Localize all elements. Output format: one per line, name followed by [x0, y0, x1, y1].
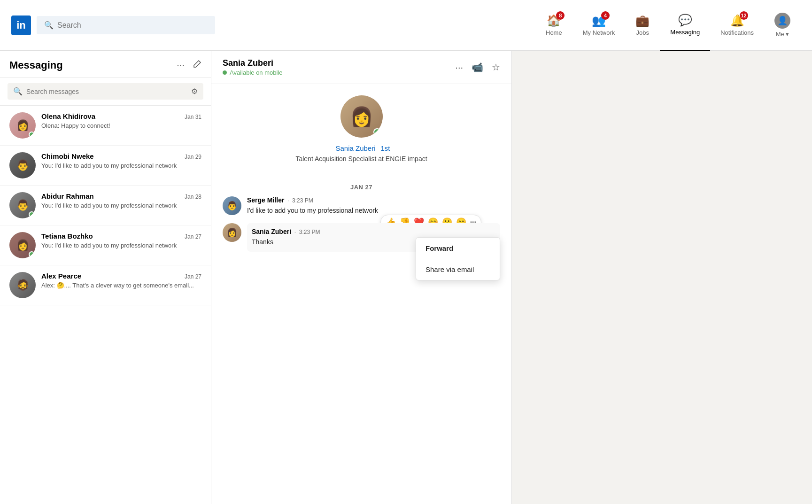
abidur-name: Abidur Rahman: [41, 192, 94, 200]
messaging-icon: 💬: [678, 14, 692, 27]
chat-contact-status: Available on mobile: [223, 69, 283, 76]
tetiana-avatar: 👩: [9, 232, 36, 258]
contact-profile-card: 👩 Sania Zuberi 1st Talent Acquisition Sp…: [223, 95, 500, 174]
notifications-icon: 🔔 12: [730, 14, 744, 27]
nav-messaging-label: Messaging: [670, 29, 700, 36]
serge-message-text: I'd like to add you to my professional n…: [247, 206, 378, 216]
nav-item-notifications[interactable]: 🔔 12 Notifications: [710, 0, 764, 51]
conversations-list: 👩 Olena Khidirova Jan 31 Olena: Happy to…: [0, 106, 211, 504]
share-via-email-menu-item[interactable]: Share via email: [416, 259, 500, 280]
nav-jobs-label: Jobs: [636, 29, 649, 36]
serge-message-content: Serge Miller · 3:23 PM I'd like to add y…: [247, 196, 378, 216]
chat-contact-name[interactable]: Sania Zuberi: [223, 58, 283, 68]
tetiana-name: Tetiana Bozhko: [41, 232, 93, 240]
alex-avatar: 🧔: [9, 272, 36, 298]
alex-preview: Alex: 🤔.... That's a clever way to get s…: [41, 281, 201, 290]
contact-full-name[interactable]: Sania Zuberi 1st: [295, 143, 427, 153]
tetiana-online-indicator: [29, 251, 35, 257]
alex-name: Alex Pearce: [41, 272, 81, 280]
abidur-avatar: 👨: [9, 192, 36, 218]
conversation-item-alex[interactable]: 🧔 Alex Pearce Jan 27 Alex: 🤔.... That's …: [0, 265, 211, 305]
sidebar-header: Messaging ···: [0, 51, 211, 78]
compose-icon[interactable]: [192, 60, 201, 71]
chat-contact-info: Sania Zuberi Available on mobile: [223, 58, 283, 76]
nav-notifications-label: Notifications: [720, 29, 754, 36]
sidebar-title: Messaging: [9, 59, 63, 71]
conversation-item-chimobi[interactable]: 👨 Chimobi Nweke Jan 29 You: I'd like to …: [0, 146, 211, 186]
serge-message-meta: Serge Miller · 3:23 PM: [247, 196, 378, 204]
nav-home-label: Home: [546, 29, 562, 36]
chat-area: Sania Zuberi Available on mobile ··· 📹 ☆…: [211, 51, 512, 504]
olena-name: Olena Khidirova: [41, 112, 95, 120]
serge-avatar: 👨: [223, 196, 241, 215]
conversation-item-tetiana[interactable]: 👩 Tetiana Bozhko Jan 27 You: I'd like to…: [0, 225, 211, 265]
video-call-button[interactable]: 📹: [472, 62, 483, 73]
chat-messages: 👩 Sania Zuberi 1st Talent Acquisition Sp…: [211, 84, 511, 504]
abidur-conv-body: Abidur Rahman Jan 28 You: I'd like to ad…: [41, 192, 201, 210]
alex-conv-body: Alex Pearce Jan 27 Alex: 🤔.... That's a …: [41, 272, 201, 290]
forward-menu-item[interactable]: Forward: [416, 238, 500, 259]
abidur-date: Jan 28: [185, 194, 201, 200]
conversation-item-abidur[interactable]: 👨 Abidur Rahman Jan 28 You: I'd like to …: [0, 186, 211, 225]
search-messages-icon: 🔍: [13, 87, 23, 96]
chimobi-date: Jan 29: [185, 154, 201, 160]
serge-sender-name[interactable]: Serge Miller: [247, 196, 284, 204]
nav-item-me[interactable]: 👤 Me ▾: [764, 0, 801, 51]
chat-header-actions: ··· 📹 ☆: [455, 62, 500, 73]
nav-item-home[interactable]: 🏠 8 Home: [535, 0, 572, 51]
status-text: Available on mobile: [230, 69, 283, 76]
conversation-item-olena[interactable]: 👩 Olena Khidirova Jan 31 Olena: Happy to…: [0, 106, 211, 146]
contact-degree: 1st: [381, 144, 390, 152]
more-options-button[interactable]: ···: [455, 62, 463, 73]
chat-header: Sania Zuberi Available on mobile ··· 📹 ☆: [211, 51, 511, 84]
search-messages-input[interactable]: [26, 88, 187, 95]
date-divider: JAN 27: [223, 184, 500, 191]
star-button[interactable]: ☆: [492, 62, 500, 73]
red-arrow-left: ←: [510, 267, 511, 301]
olena-avatar: 👩: [9, 112, 36, 139]
olena-date: Jan 31: [185, 114, 201, 120]
tetiana-preview: You: I'd like to add you to my professio…: [41, 241, 201, 250]
alex-date: Jan 27: [185, 273, 201, 280]
notifications-badge: 12: [740, 11, 748, 20]
message-group-sania: 👩 👍 👎 ❤️ 😊 😮 😄 ··· S: [223, 223, 500, 252]
chimobi-conv-body: Chimobi Nweke Jan 29 You: I'd like to ad…: [41, 152, 201, 170]
jobs-icon: 💼: [635, 14, 650, 27]
contact-avatar: 👩: [340, 95, 383, 138]
linkedin-logo[interactable]: in: [11, 16, 31, 35]
right-panel: [512, 51, 812, 504]
nav-item-my-network[interactable]: 👥 4 My Network: [572, 0, 626, 51]
chimobi-avatar: 👨: [9, 152, 36, 178]
nav-item-messaging[interactable]: 💬 Messaging: [660, 0, 710, 51]
search-icon: 🔍: [44, 21, 54, 30]
sania-message-meta: Sania Zuberi · 3:23 PM: [252, 228, 495, 235]
main-navigation: 🏠 8 Home 👥 4 My Network 💼 Jobs 💬 Messagi…: [535, 0, 801, 51]
abidur-online-indicator: [29, 211, 35, 217]
network-badge: 4: [601, 11, 610, 20]
sania-message-content: 👍 👎 ❤️ 😊 😮 😄 ··· Sania Zuberi · 3:23 PM: [247, 223, 500, 252]
chimobi-preview: You: I'd like to add you to my professio…: [41, 162, 201, 170]
top-navigation: in 🔍 🏠 8 Home 👥 4 My Network 💼 Jobs: [0, 0, 812, 51]
filter-icon[interactable]: ⚙: [191, 87, 198, 96]
nav-me-label: Me ▾: [776, 31, 789, 38]
olena-online-indicator: [29, 132, 35, 138]
olena-conv-body: Olena Khidirova Jan 31 Olena: Happy to c…: [41, 112, 201, 130]
sidebar-actions: ···: [177, 60, 201, 71]
context-menu: Forward Share via email: [416, 237, 500, 280]
sania-message-time: 3:23 PM: [299, 229, 320, 235]
search-input[interactable]: [57, 21, 208, 30]
tetiana-date: Jan 27: [185, 233, 201, 240]
home-badge: 8: [556, 11, 565, 20]
sania-sender-name[interactable]: Sania Zuberi: [252, 228, 291, 235]
nav-item-jobs[interactable]: 💼 Jobs: [625, 0, 660, 51]
more-options-icon[interactable]: ···: [177, 60, 185, 71]
nav-network-label: My Network: [583, 29, 615, 36]
message-search-bar[interactable]: 🔍 ⚙: [0, 78, 211, 106]
contact-job-title: Talent Acquisition Specialist at ENGIE i…: [295, 155, 427, 163]
main-container: Messaging ··· 🔍 ⚙ 👩: [0, 51, 812, 504]
search-bar[interactable]: 🔍: [37, 16, 215, 34]
home-icon: 🏠 8: [547, 14, 561, 27]
olena-preview: Olena: Happy to connect!: [41, 122, 201, 130]
serge-message-time: 3:23 PM: [292, 197, 313, 204]
contact-online-dot: [373, 128, 381, 136]
